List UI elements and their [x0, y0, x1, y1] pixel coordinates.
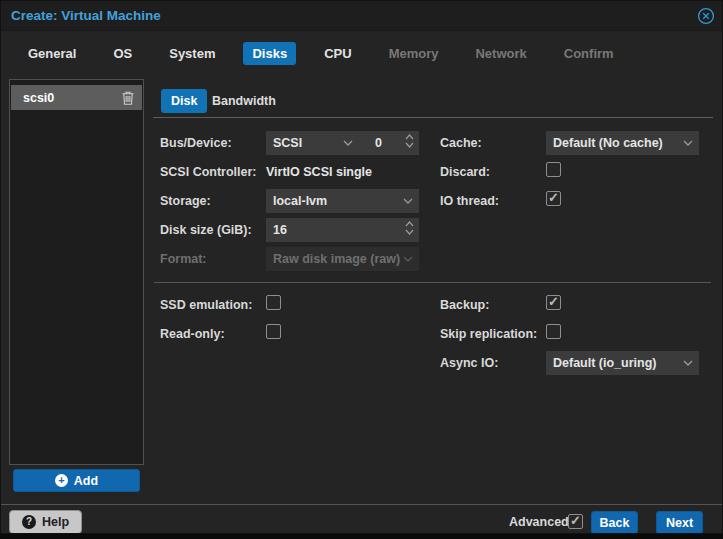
storage-select[interactable]: local-lvm [266, 189, 419, 213]
read-only-label: Read-only: [160, 326, 225, 342]
back-button[interactable]: Back [591, 511, 638, 534]
backup-checkbox[interactable] [546, 295, 561, 310]
spinner-up-down-icon[interactable] [405, 221, 414, 235]
bus-number-value: 0 [375, 136, 382, 150]
scsi-controller-value: VirtIO SCSI single [266, 164, 372, 180]
subtab-disk[interactable]: Disk [161, 89, 207, 113]
discard-checkbox[interactable] [546, 162, 561, 177]
io-thread-label: IO thread: [440, 193, 499, 209]
help-button-label: Help [42, 515, 69, 529]
tab-os[interactable]: OS [104, 42, 141, 65]
disk-size-input[interactable]: 16 [266, 218, 419, 242]
tab-system[interactable]: System [160, 42, 224, 65]
dialog-title: Create: Virtual Machine [1, 8, 161, 23]
back-button-label: Back [600, 516, 630, 530]
tab-memory: Memory [380, 42, 448, 65]
format-label: Format: [160, 251, 207, 267]
plus-circle-icon: + [55, 474, 68, 487]
subtab-bandwidth[interactable]: Bandwidth [212, 89, 276, 113]
footer-divider [1, 504, 722, 505]
async-io-label: Async IO: [440, 355, 498, 371]
async-io-select-value: Default (io_uring) [553, 356, 656, 370]
tab-general[interactable]: General [19, 42, 85, 65]
tab-disks[interactable]: Disks [243, 42, 296, 65]
io-thread-checkbox[interactable] [546, 191, 561, 206]
advanced-checkbox[interactable] [568, 514, 583, 529]
chevron-down-icon [403, 256, 413, 262]
tab-cpu[interactable]: CPU [315, 42, 360, 65]
add-button-label: Add [74, 474, 98, 488]
ssd-emulation-checkbox[interactable] [266, 295, 281, 310]
storage-select-value: local-lvm [273, 194, 327, 208]
chevron-down-icon [343, 140, 353, 146]
help-button[interactable]: ? Help [9, 510, 82, 534]
question-circle-icon: ? [22, 515, 36, 529]
disk-list-panel: scsi0 [9, 79, 144, 465]
cache-select-value: Default (No cache) [553, 136, 663, 150]
advanced-section-divider [154, 282, 711, 283]
trash-icon[interactable] [122, 91, 134, 105]
bus-device-field[interactable]: SCSI 0 [266, 131, 419, 155]
add-disk-button[interactable]: + Add [13, 469, 140, 492]
chevron-down-icon [683, 360, 693, 366]
create-vm-dialog: Create: Virtual Machine General OS Syste… [0, 0, 723, 534]
storage-label: Storage: [160, 193, 211, 209]
next-button[interactable]: Next [656, 511, 703, 534]
scsi-controller-label: SCSI Controller: [160, 164, 257, 180]
bus-select-value: SCSI [273, 136, 302, 150]
disk-size-value: 16 [273, 223, 287, 237]
disk-list-item-scsi0[interactable]: scsi0 [11, 85, 142, 110]
bus-select[interactable]: SCSI [266, 131, 361, 155]
bus-device-label: Bus/Device: [160, 135, 232, 151]
format-select-value: Raw disk image (raw) [273, 252, 400, 266]
wizard-tabbar: General OS System Disks CPU Memory Netwo… [1, 39, 722, 67]
disk-item-label: scsi0 [23, 91, 54, 105]
subtab-divider [153, 117, 713, 118]
bus-number-input[interactable]: 0 [361, 131, 419, 155]
read-only-checkbox[interactable] [266, 324, 281, 339]
disk-size-label: Disk size (GiB): [160, 222, 252, 238]
advanced-label: Advanced [509, 515, 569, 529]
discard-label: Discard: [440, 164, 490, 180]
tab-confirm: Confirm [555, 42, 623, 65]
next-button-label: Next [666, 516, 693, 530]
format-select: Raw disk image (raw) [266, 247, 419, 271]
backup-label: Backup: [440, 297, 489, 313]
subtab-bandwidth-label: Bandwidth [212, 94, 276, 108]
tab-network: Network [466, 42, 535, 65]
spinner-up-down-icon[interactable] [405, 134, 414, 148]
chevron-down-icon [403, 198, 413, 204]
close-icon[interactable] [697, 7, 715, 25]
async-io-select[interactable]: Default (io_uring) [546, 351, 699, 375]
dialog-titlebar: Create: Virtual Machine [1, 1, 722, 31]
skip-replication-label: Skip replication: [440, 326, 537, 342]
cache-select[interactable]: Default (No cache) [546, 131, 699, 155]
subtab-disk-label: Disk [171, 94, 197, 108]
skip-replication-checkbox[interactable] [546, 324, 561, 339]
chevron-down-icon [683, 140, 693, 146]
cache-label: Cache: [440, 135, 482, 151]
ssd-emulation-label: SSD emulation: [160, 297, 252, 313]
